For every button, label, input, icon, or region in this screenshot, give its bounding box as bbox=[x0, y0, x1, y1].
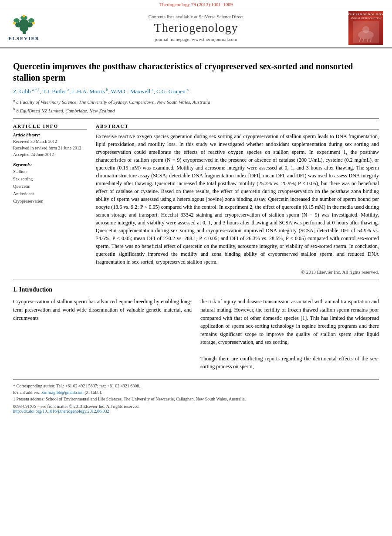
abstract-header: ABSTRACT bbox=[96, 123, 379, 130]
introduction-section: 1. Introduction Cryopreservation of stal… bbox=[13, 286, 379, 370]
article-title: Quercetin improves the postthaw characte… bbox=[13, 61, 379, 83]
svg-point-4 bbox=[20, 19, 28, 25]
journal-citation: Theriogenology 79 (2013) 1001–1009 bbox=[159, 2, 233, 7]
article-info-column: ARTICLE INFO Article history: Received 3… bbox=[13, 123, 87, 275]
received-date: Received 30 March 2012 bbox=[13, 138, 87, 145]
authors-text: Z. Gibb a,*,1, T.J. Butler a, L.H.A. Mor… bbox=[13, 88, 189, 95]
homepage-line: journal homepage: www.theriojournal.com bbox=[155, 37, 237, 42]
abstract-text: Excessive reactive oxygen species genera… bbox=[96, 132, 379, 266]
footer-note-2: E-mail address: zamiragibb@gmail.com (Z.… bbox=[13, 389, 379, 396]
svg-line-14 bbox=[363, 39, 364, 42]
info-abstract-section: ARTICLE INFO Article history: Received 3… bbox=[13, 123, 379, 275]
svg-line-15 bbox=[367, 39, 368, 42]
body-right-col: the risk of injury and disease transmiss… bbox=[200, 298, 379, 370]
abstract-column: ABSTRACT Excessive reactive oxygen speci… bbox=[96, 123, 379, 275]
keyword-3: Quercetin bbox=[13, 183, 87, 190]
article-history-block: Article history: Received 30 March 2012 … bbox=[13, 132, 87, 158]
header-center: Contents lists available at SciVerse Sci… bbox=[48, 11, 344, 45]
body-left-col: Cryopreservation of stallion sperm has a… bbox=[13, 298, 192, 370]
keywords-block: Keywords: Stallion Sex sorting Quercetin… bbox=[13, 162, 87, 205]
keyword-1: Stallion bbox=[13, 168, 87, 175]
title-divider bbox=[13, 119, 379, 119]
keywords-label: Keywords: bbox=[13, 162, 87, 167]
journal-cover-container: THERIOGENOLOGY ANIMAL REPRODUCTION bbox=[348, 11, 388, 45]
body-right-text: the risk of injury and disease transmiss… bbox=[200, 298, 379, 370]
affiliation-b: b b EquiBreed NZ Limited, Cambridge, New… bbox=[13, 106, 379, 114]
elsevier-tree-icon bbox=[12, 15, 36, 35]
journal-header: ELSEVIER Contents lists available at Sci… bbox=[0, 8, 392, 48]
email-link[interactable]: zamiragibb@gmail.com bbox=[41, 390, 84, 395]
keyword-5: Cryopreservation bbox=[13, 197, 87, 205]
cover-image bbox=[353, 21, 379, 43]
main-content: Quercetin improves the postthaw characte… bbox=[0, 48, 392, 418]
accepted-date: Accepted 24 June 2012 bbox=[13, 151, 87, 158]
abstract-divider bbox=[13, 279, 379, 279]
journal-title: Theriogenology bbox=[154, 21, 238, 35]
keyword-4: Antioxidant bbox=[13, 190, 87, 197]
received-revised-date: Received in revised form 21 June 2012 bbox=[13, 145, 87, 151]
footer-note-3: 1 Present address: School of Environment… bbox=[13, 396, 379, 402]
affiliation-a: a a Faculty of Veterinary Science, The U… bbox=[13, 98, 379, 105]
journal-cover: THERIOGENOLOGY ANIMAL REPRODUCTION bbox=[348, 11, 383, 45]
svg-point-9 bbox=[32, 22, 35, 24]
cover-subtitle: ANIMAL REPRODUCTION bbox=[350, 17, 382, 20]
footer-issn: 0093-691X/$ – see front matter © 2013 El… bbox=[13, 404, 379, 409]
keyword-2: Sex sorting bbox=[13, 175, 87, 183]
body-left-text: Cryopreservation of stallion sperm has a… bbox=[13, 298, 192, 322]
cover-title: THERIOGENOLOGY bbox=[348, 13, 384, 16]
svg-point-12 bbox=[362, 26, 369, 33]
doi-link[interactable]: http://dx.doi.org/10.1016/j.theriogenolo… bbox=[13, 409, 109, 414]
authors-line: Z. Gibb a,*,1, T.J. Butler a, L.H.A. Mor… bbox=[13, 88, 379, 95]
svg-line-16 bbox=[371, 38, 371, 42]
article-info-header: ARTICLE INFO bbox=[13, 123, 87, 130]
elsevier-label: ELSEVIER bbox=[8, 36, 40, 41]
elsevier-logo: ELSEVIER bbox=[4, 11, 44, 45]
svg-line-13 bbox=[359, 38, 361, 42]
top-bar: Theriogenology 79 (2013) 1001–1009 bbox=[0, 0, 392, 8]
footer-doi: http://dx.doi.org/10.1016/j.theriogenolo… bbox=[13, 409, 379, 414]
copyright-line: © 2013 Elsevier Inc. All rights reserved… bbox=[96, 269, 379, 275]
footer-note-1: * Corresponding author. Tel.: +61 02 492… bbox=[13, 383, 379, 389]
history-label: Article history: bbox=[13, 132, 87, 137]
svg-point-8 bbox=[13, 22, 16, 24]
footer-notes: * Corresponding author. Tel.: +61 02 492… bbox=[13, 380, 379, 414]
contents-line: Contents lists available at SciVerse Sci… bbox=[149, 14, 243, 19]
section-title: 1. Introduction bbox=[13, 286, 379, 293]
body-two-col: Cryopreservation of stallion sperm has a… bbox=[13, 298, 379, 370]
